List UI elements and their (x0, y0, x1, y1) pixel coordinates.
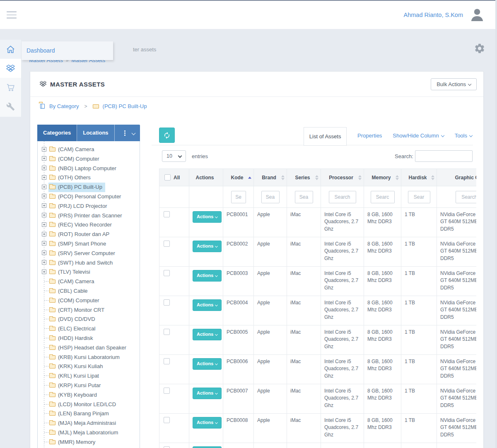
tab-properties[interactable]: Properties (357, 132, 382, 139)
expand-plus-icon[interactable] (42, 194, 46, 198)
sidebar-item-tools[interactable] (0, 97, 21, 116)
row-actions-button[interactable]: Actions (193, 241, 222, 252)
tree-item[interactable]: (SWT) Hub and Switch (38, 258, 140, 267)
tree-item[interactable]: (HDD) Hardisk (38, 333, 140, 343)
search-input[interactable] (415, 150, 473, 162)
bulk-actions-button[interactable]: Bulk Actions (431, 78, 477, 90)
row-checkbox[interactable] (164, 270, 170, 276)
tree-item[interactable]: (COM) Computer (38, 296, 140, 305)
gear-icon[interactable] (474, 43, 485, 54)
tab-tools[interactable]: Tools (455, 132, 472, 139)
row-checkbox[interactable] (164, 417, 170, 423)
path-by-category-link[interactable]: By Category (49, 103, 79, 109)
row-actions-button[interactable]: Actions (193, 211, 222, 223)
row-checkbox[interactable] (164, 446, 170, 448)
expand-plus-icon[interactable] (42, 203, 46, 208)
select-all-checkbox[interactable] (164, 174, 171, 181)
tree-item[interactable]: (MMR) Memory (38, 437, 140, 447)
tree-item[interactable]: (CAM) Camera (38, 145, 140, 154)
expand-plus-icon[interactable] (42, 166, 46, 170)
entries-per-page-select[interactable]: 10 (162, 150, 186, 162)
tree-item[interactable]: (REC) Video Recorder (38, 220, 140, 229)
tree-item[interactable]: (COM) Computer (38, 154, 140, 164)
tree-item[interactable]: (PRJ) LCD Projector (38, 201, 140, 211)
tree-item[interactable]: (ELC) Electrical (38, 324, 140, 333)
filter-memory-input[interactable] (371, 191, 395, 203)
sidebar-item-transactions[interactable] (0, 78, 21, 97)
tree-item[interactable]: (KRP) Kursi Putar (38, 381, 140, 390)
flyout-dashboard[interactable]: Dashboard (22, 41, 113, 60)
row-actions-button[interactable]: Actions (193, 446, 222, 448)
tree-item[interactable]: (PRS) Printer dan Scanner (38, 211, 140, 220)
expand-plus-icon[interactable] (42, 185, 46, 189)
row-checkbox[interactable] (164, 241, 170, 247)
tree-item[interactable]: (CRT) Monitor CRT (38, 305, 140, 315)
sidebar-item-master-assets[interactable] (0, 59, 21, 78)
tree-item[interactable]: (KRB) Kursi Laboratorium (38, 352, 140, 362)
user-name-link[interactable]: Ahmad Rianto, S.Kom (404, 7, 463, 23)
filter-series-input[interactable] (295, 191, 313, 203)
chevron-down-icon[interactable] (132, 131, 136, 135)
row-actions-button[interactable]: Actions (193, 388, 222, 399)
column-header-series[interactable]: Series (287, 169, 321, 186)
filter-kode-input[interactable] (231, 191, 246, 203)
expand-plus-icon[interactable] (42, 222, 46, 227)
refresh-button[interactable] (159, 128, 175, 143)
row-checkbox[interactable] (164, 329, 170, 335)
tab-show-hide-column[interactable]: Show/Hide Column (393, 132, 444, 139)
row-checkbox[interactable] (164, 358, 170, 364)
sidebar-item-dashboard[interactable] (0, 40, 21, 59)
row-checkbox[interactable] (164, 388, 170, 394)
tree-item[interactable]: (HSP) Headset dan Speaker (38, 343, 140, 352)
row-checkbox[interactable] (164, 299, 170, 306)
expand-plus-icon[interactable] (42, 260, 46, 265)
tree-item[interactable]: (KYB) Keyboard (38, 390, 140, 400)
filter-processor-input[interactable] (329, 191, 356, 203)
column-header-processor[interactable]: Processor (321, 169, 364, 186)
path-current-link[interactable]: (PCB) PC Built-Up (103, 103, 147, 109)
row-actions-button[interactable]: Actions (193, 329, 222, 340)
column-header-brand[interactable]: Brand (254, 169, 287, 186)
tree-item[interactable]: (DVD) CD/DVD (38, 314, 140, 324)
tree-item[interactable]: (SRV) Server Computer (38, 248, 140, 258)
expand-plus-icon[interactable] (42, 270, 46, 274)
row-actions-button[interactable]: Actions (193, 417, 222, 429)
expand-plus-icon[interactable] (42, 232, 46, 236)
expand-plus-icon[interactable] (42, 156, 46, 161)
tree-item[interactable]: (CBL) Cable (38, 286, 140, 296)
user-avatar[interactable] (469, 7, 485, 23)
filter-graphic-input[interactable] (456, 191, 477, 203)
kebab-menu-icon[interactable] (124, 132, 125, 134)
tree-item[interactable]: (NBO) Laptop Computer (38, 164, 140, 173)
tree-item[interactable]: (PCO) Personal Computer (38, 192, 140, 201)
tree-item[interactable]: (ROT) Router dan AP (38, 229, 140, 239)
column-header-memory[interactable]: Memory (364, 169, 401, 186)
row-actions-button[interactable]: Actions (193, 358, 222, 370)
expand-plus-icon[interactable] (42, 241, 46, 246)
row-actions-button[interactable]: Actions (193, 270, 222, 282)
menu-toggle-icon[interactable] (7, 11, 17, 19)
page-scrollbar[interactable] (495, 0, 497, 448)
expand-plus-icon[interactable] (42, 147, 46, 152)
filter-hardisk-input[interactable] (408, 191, 430, 203)
column-header-hardisk[interactable]: Hardisk (401, 169, 437, 186)
column-header-kode[interactable]: Kode (223, 169, 254, 186)
column-header-graphic-card[interactable]: Graphic Card (437, 169, 477, 186)
expand-plus-icon[interactable] (42, 213, 46, 217)
tree-item[interactable]: (MJL) Meja Laboratorium (38, 428, 140, 437)
tree-item[interactable]: (LEN) Barang Pinjam (38, 409, 140, 418)
tab-list-of-assets[interactable]: List of Assets (304, 127, 347, 146)
row-actions-button[interactable]: Actions (193, 299, 222, 311)
tree-item[interactable]: (CAM) Camera (38, 277, 140, 286)
tree-item[interactable]: (LCD) Monitor LED/LCD (38, 400, 140, 409)
expand-plus-icon[interactable] (42, 250, 46, 255)
filter-brand-input[interactable] (261, 191, 280, 203)
tab-categories[interactable]: Categories (37, 125, 77, 141)
tree-item[interactable]: (PCB) PC Built-Up (38, 182, 140, 192)
tree-item[interactable]: (SMP) Smart Phone (38, 239, 140, 248)
tree-item[interactable]: (KRL) Kursi Lipat (38, 371, 140, 381)
tab-locations[interactable]: Locations (77, 125, 114, 141)
tree-item[interactable]: (KRK) Kursi Kuliah (38, 361, 140, 371)
expand-plus-icon[interactable] (42, 175, 46, 180)
row-checkbox[interactable] (164, 211, 170, 217)
